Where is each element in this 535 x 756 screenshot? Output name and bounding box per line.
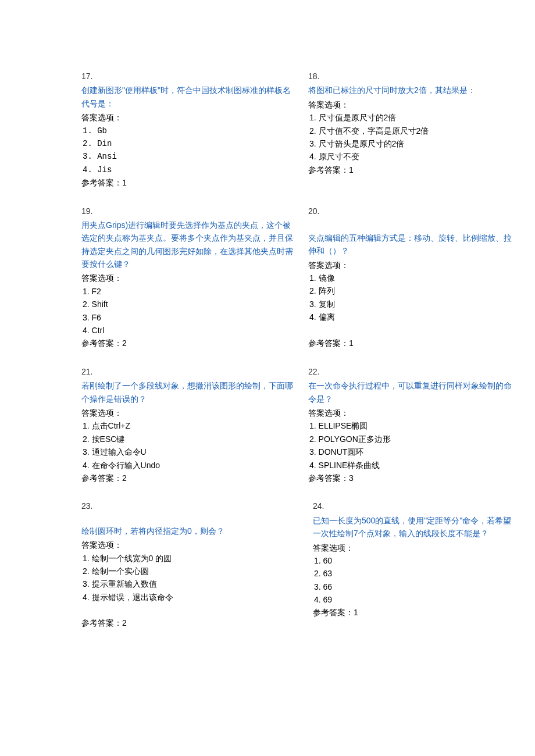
options-label: 答案选项： bbox=[308, 259, 512, 272]
options-label: 答案选项： bbox=[308, 98, 512, 111]
options-label: 答案选项： bbox=[81, 272, 297, 284]
question-number: 22. bbox=[308, 365, 512, 378]
question-text: 已知一长度为500的直线，使用"定距等分"命令，若希望一次性绘制7个点对象，输入… bbox=[313, 514, 512, 540]
reference-answer: 参考答案：1 bbox=[308, 163, 512, 176]
question-text: 绘制圆环时，若将内径指定为0，则会？ bbox=[81, 525, 297, 537]
reference-answer: 参考答案：1 bbox=[313, 606, 512, 619]
row-q19-q20: 19. 用夹点Grips)进行编辑时要先选择作为基点的夹点，这个被选定的夹点称为… bbox=[81, 205, 512, 350]
option-4: 4. Jis bbox=[81, 163, 297, 176]
question-text: 用夹点Grips)进行编辑时要先选择作为基点的夹点，这个被选定的夹点称为基夹点。… bbox=[81, 219, 297, 271]
question-text: 若刚绘制了一个多段线对象，想撤消该图形的绘制，下面哪个操作是错误的？ bbox=[81, 379, 297, 405]
option-4: 4. 原尺寸不变 bbox=[308, 150, 512, 163]
option-4: 4. 提示错误，退出该命令 bbox=[81, 591, 297, 604]
question-24: 24. 已知一长度为500的直线，使用"定距等分"命令，若希望一次性绘制7个点对… bbox=[308, 500, 512, 629]
option-2: 2. POLYGON正多边形 bbox=[308, 433, 512, 445]
question-17: 17. 创建新图形"使用样板"时，符合中国技术制图标准的样板名代号是： 答案选项… bbox=[81, 70, 297, 190]
option-3: 3. F6 bbox=[81, 311, 297, 324]
question-23: 23. 绘制圆环时，若将内径指定为0，则会？ 答案选项： 1. 绘制一个线宽为0… bbox=[81, 500, 297, 629]
option-3: 3. 提示重新输入数值 bbox=[81, 577, 297, 590]
spacer bbox=[308, 219, 512, 231]
option-2: 2. 尺寸值不变，字高是原尺寸2倍 bbox=[308, 124, 512, 137]
spacer bbox=[81, 514, 297, 525]
question-number: 17. bbox=[81, 70, 297, 83]
reference-answer: 参考答案：2 bbox=[81, 616, 297, 629]
question-20: 20. 夹点编辑的五种编辑方式是：移动、旋转、比例缩放、拉伸和（）？ 答案选项：… bbox=[308, 205, 512, 350]
reference-answer: 参考答案：2 bbox=[81, 472, 297, 484]
question-number: 20. bbox=[308, 205, 512, 217]
reference-answer: 参考答案：3 bbox=[308, 472, 512, 484]
options-label: 答案选项： bbox=[313, 541, 512, 554]
spacer bbox=[308, 324, 512, 337]
row-q23-q24: 23. 绘制圆环时，若将内径指定为0，则会？ 答案选项： 1. 绘制一个线宽为0… bbox=[81, 500, 512, 629]
option-3: 3. 通过输入命令U bbox=[81, 445, 297, 458]
question-number: 19. bbox=[81, 205, 297, 217]
spacer bbox=[81, 604, 297, 616]
question-22: 22. 在一次命令执行过程中，可以重复进行同样对象绘制的命令是？ 答案选项： 1… bbox=[308, 365, 512, 485]
option-1: 1. F2 bbox=[81, 285, 297, 298]
option-1: 1. 60 bbox=[313, 554, 512, 567]
reference-answer: 参考答案：1 bbox=[308, 337, 512, 350]
row-q17-q18: 17. 创建新图形"使用样板"时，符合中国技术制图标准的样板名代号是： 答案选项… bbox=[81, 70, 512, 190]
option-3: 3. 复制 bbox=[308, 298, 512, 311]
option-1: 1. 点击Ctrl+Z bbox=[81, 419, 297, 432]
option-2: 2. 按ESC键 bbox=[81, 433, 297, 445]
question-number: 24. bbox=[313, 500, 512, 512]
question-text: 在一次命令执行过程中，可以重复进行同样对象绘制的命令是？ bbox=[308, 379, 512, 405]
option-2: 2. Shift bbox=[81, 298, 297, 311]
option-2: 2. 绘制一个实心圆 bbox=[81, 565, 297, 577]
option-1: 1. 绘制一个线宽为0 的圆 bbox=[81, 552, 297, 565]
option-3: 3. DONUT圆环 bbox=[308, 445, 512, 458]
reference-answer: 参考答案：1 bbox=[81, 176, 297, 189]
option-3: 3. Ansi bbox=[81, 150, 297, 163]
option-4: 4. SPLINE样条曲线 bbox=[308, 459, 512, 472]
option-4: 4. 偏离 bbox=[308, 311, 512, 323]
options-label: 答案选项： bbox=[308, 406, 512, 419]
option-2: 2. 63 bbox=[313, 567, 512, 580]
option-1: 1. 镜像 bbox=[308, 272, 512, 284]
question-21: 21. 若刚绘制了一个多段线对象，想撤消该图形的绘制，下面哪个操作是错误的？ 答… bbox=[81, 365, 297, 485]
options-label: 答案选项： bbox=[81, 406, 297, 419]
question-number: 21. bbox=[81, 365, 297, 378]
reference-answer: 参考答案：2 bbox=[81, 337, 297, 350]
question-number: 18. bbox=[308, 70, 512, 83]
option-4: 4. Ctrl bbox=[81, 324, 297, 337]
option-1: 1. ELLIPSE椭圆 bbox=[308, 419, 512, 432]
option-1: 1. 尺寸值是原尺寸的2倍 bbox=[308, 111, 512, 124]
options-label: 答案选项： bbox=[81, 111, 297, 124]
option-2: 2. Din bbox=[81, 137, 297, 150]
option-3: 3. 尺寸箭头是原尺寸的2倍 bbox=[308, 137, 512, 150]
option-1: 1. Gb bbox=[81, 124, 297, 137]
row-q21-q22: 21. 若刚绘制了一个多段线对象，想撤消该图形的绘制，下面哪个操作是错误的？ 答… bbox=[81, 365, 512, 485]
option-4: 4. 69 bbox=[313, 593, 512, 606]
question-19: 19. 用夹点Grips)进行编辑时要先选择作为基点的夹点，这个被选定的夹点称为… bbox=[81, 205, 297, 350]
option-2: 2. 阵列 bbox=[308, 284, 512, 297]
options-label: 答案选项： bbox=[81, 539, 297, 551]
question-number: 23. bbox=[81, 500, 297, 512]
question-text: 创建新图形"使用样板"时，符合中国技术制图标准的样板名代号是： bbox=[81, 84, 297, 110]
option-3: 3. 66 bbox=[313, 580, 512, 593]
option-4: 4. 在命令行输入Undo bbox=[81, 459, 297, 472]
question-text: 夹点编辑的五种编辑方式是：移动、旋转、比例缩放、拉伸和（）？ bbox=[308, 231, 512, 258]
question-18: 18. 将图和已标注的尺寸同时放大2倍，其结果是： 答案选项： 1. 尺寸值是原… bbox=[308, 70, 512, 190]
question-text: 将图和已标注的尺寸同时放大2倍，其结果是： bbox=[308, 84, 512, 97]
